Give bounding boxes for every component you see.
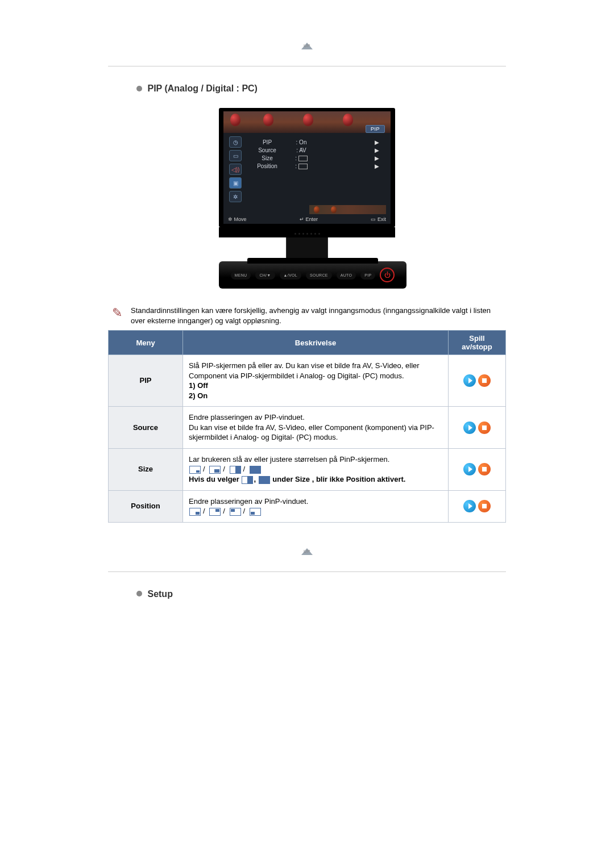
size-half-icon: [242, 476, 253, 484]
table-row: Size Lar brukeren slå av eller justere s…: [109, 448, 506, 490]
divider: [108, 66, 506, 66]
position-tr-icon: [209, 508, 221, 516]
page: UP PIP (Analog / Digital : PC) PIP ◷: [74, 0, 540, 659]
note-icon: ✎: [108, 306, 126, 326]
row-pip-name: PIP: [109, 355, 183, 407]
col-header-menu: Meny: [109, 331, 183, 355]
row-size-desc: Lar brukeren slå av eller justere større…: [183, 448, 449, 490]
row-position-desc: Endre plasseringen av PinP-vinduet. / / …: [183, 490, 449, 522]
osd-side-icons: ◷ ▭ ◁)) ▣ ✲: [229, 136, 242, 205]
position-bl-icon: [250, 508, 261, 516]
size-medium-icon: [209, 466, 221, 474]
monitor-base-buttons: MENU CH/▼ ▲/VOL SOURCE AUTO PIP ⏻: [219, 261, 406, 289]
ch-button[interactable]: CH/▼: [255, 271, 275, 279]
vol-button[interactable]: ▲/VOL: [280, 271, 301, 279]
monitor-illustration: PIP ◷ ▭ ◁)) ▣ ✲ PIP: On▶ Source: AV▶ Siz…: [74, 108, 540, 289]
osd-pip-badge: PIP: [366, 125, 385, 133]
source-button[interactable]: SOURCE: [306, 271, 332, 279]
row-size-name: Size: [109, 448, 183, 490]
row-source-name: Source: [109, 407, 183, 449]
bullet-icon: [136, 591, 142, 596]
stop-button[interactable]: [478, 374, 491, 387]
pip-button[interactable]: PIP: [360, 271, 375, 279]
auto-button[interactable]: AUTO: [337, 271, 356, 279]
play-button[interactable]: [463, 500, 476, 512]
divider: [108, 571, 506, 572]
row-source-desc: Endre plasseringen av PIP-vinduet. Du ka…: [183, 407, 449, 449]
up-arrow-icon: UP: [297, 34, 317, 48]
size-small-icon: [189, 466, 201, 474]
section-title-text: PIP (Analog / Digital : PC): [147, 84, 258, 93]
note-text: Standardinnstillingen kan være forskjell…: [131, 306, 506, 326]
size-half-icon: [230, 466, 241, 474]
row-position-name: Position: [109, 490, 183, 522]
stop-button[interactable]: [478, 463, 491, 475]
bullet-icon: [136, 86, 142, 91]
power-icon: ⏻: [384, 272, 391, 278]
position-br-icon: [189, 508, 201, 516]
table-row: Position Endre plasseringen av PinP-vind…: [109, 490, 506, 522]
col-header-desc: Beskrivelse: [183, 331, 449, 355]
up-link-bottom[interactable]: UP: [74, 540, 540, 554]
description-table: Meny Beskrivelse Spill av/stopp PIP Slå …: [108, 330, 506, 523]
size-full-icon: [250, 466, 261, 474]
position-tl-icon: [230, 508, 241, 516]
osd-menu: PIP: On▶ Source: AV▶ Size: ▶ Position: ▶: [247, 139, 379, 170]
power-button[interactable]: ⏻: [380, 268, 395, 282]
size-full-icon: [259, 476, 270, 484]
osd-footer: ✲ Move ↵ Enter ▭ Exit: [228, 216, 386, 222]
stop-button[interactable]: [478, 500, 491, 512]
section-heading-setup: Setup: [136, 589, 540, 599]
menu-button[interactable]: MENU: [231, 271, 251, 279]
up-arrow-icon: UP: [297, 540, 317, 553]
play-button[interactable]: [463, 422, 476, 434]
col-header-play: Spill av/stopp: [449, 331, 506, 355]
row-pip-desc: Slå PIP-skjermen på eller av. Du kan vis…: [183, 355, 449, 407]
play-button[interactable]: [463, 374, 476, 387]
table-row: PIP Slå PIP-skjermen på eller av. Du kan…: [109, 355, 506, 407]
section-heading-pip: PIP (Analog / Digital : PC): [136, 84, 540, 94]
play-button[interactable]: [463, 463, 476, 475]
stop-button[interactable]: [478, 422, 491, 434]
up-link-top[interactable]: UP: [74, 34, 540, 49]
note-row: ✎ Standardinnstillingen kan være forskje…: [108, 306, 506, 326]
section-title-text: Setup: [147, 589, 172, 599]
table-row: Source Endre plasseringen av PIP-vinduet…: [109, 407, 506, 449]
